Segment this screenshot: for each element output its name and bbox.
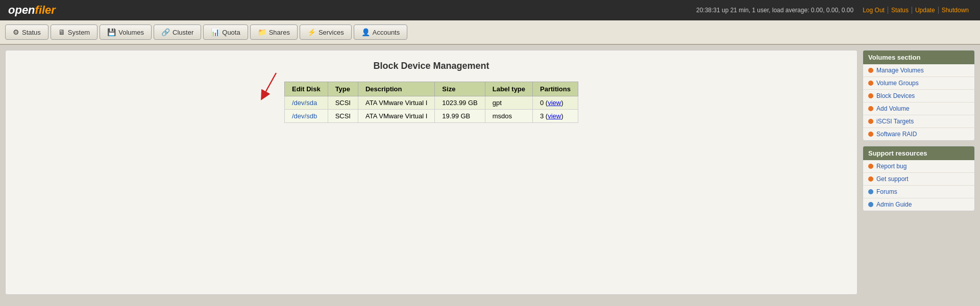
sidebar-item-forums[interactable]: Forums	[863, 186, 974, 198]
header: openfiler 20:38:31 up 21 min, 1 user, lo…	[0, 0, 980, 20]
tab-services-label: Services	[318, 29, 344, 36]
header-right: 20:38:31 up 21 min, 1 user, load average…	[696, 7, 972, 14]
svg-line-0	[263, 73, 276, 96]
sidebar-item-manage-volumes[interactable]: Manage Volumes	[863, 64, 974, 77]
tab-accounts[interactable]: 👤 Accounts	[354, 24, 407, 40]
volumes-section-title: Volumes section	[863, 50, 974, 64]
header-actions: Log Out Status Update Shutdown	[860, 7, 972, 14]
content-area: Block Device Management Edit Disk Type D…	[5, 50, 857, 295]
manage-volumes-dot	[868, 68, 873, 73]
edit-disk-link[interactable]: /dev/sdb	[292, 112, 317, 120]
tab-services[interactable]: ⚡ Services	[300, 24, 352, 40]
status-link[interactable]: Status	[888, 7, 912, 14]
update-link[interactable]: Update	[912, 7, 939, 14]
tab-cluster[interactable]: 🔗 Cluster	[154, 24, 201, 40]
edit-disk-cell: /dev/sdb	[285, 110, 328, 123]
support-section-title: Support resources	[863, 146, 974, 160]
services-icon: ⚡	[307, 28, 316, 36]
iscsi-targets-label: iSCSI Targets	[876, 118, 914, 125]
type-cell: SCSI	[328, 96, 358, 110]
software-raid-label: Software RAID	[876, 131, 917, 138]
col-header-description: Description	[358, 82, 434, 96]
tab-system-label: System	[68, 29, 90, 36]
tab-volumes-label: Volumes	[118, 29, 144, 36]
quota-icon: 📊	[211, 28, 219, 36]
system-icon: 🖥	[58, 28, 65, 36]
description-cell: ATA VMware Virtual I	[358, 96, 434, 110]
tab-status-label: Status	[22, 29, 41, 36]
shares-icon: 📁	[258, 28, 266, 36]
manage-volumes-label: Manage Volumes	[876, 67, 924, 74]
size-cell: 1023.99 GB	[435, 96, 485, 110]
tab-accounts-label: Accounts	[373, 29, 400, 36]
admin-guide-dot	[868, 202, 873, 207]
add-volume-dot	[868, 106, 873, 111]
col-header-size: Size	[435, 82, 485, 96]
volume-groups-label: Volume Groups	[876, 80, 919, 87]
sidebar-item-volume-groups[interactable]: Volume Groups	[863, 77, 974, 90]
main: Block Device Management Edit Disk Type D…	[0, 45, 980, 300]
tab-shares[interactable]: 📁 Shares	[250, 24, 298, 40]
label-type-cell: msdos	[485, 110, 532, 123]
logo: openfiler	[8, 4, 56, 17]
volume-groups-dot	[868, 81, 873, 86]
col-header-label-type: Label type	[485, 82, 532, 96]
tab-quota[interactable]: 📊 Quota	[203, 24, 248, 40]
report-bug-dot	[868, 164, 873, 169]
tab-status[interactable]: ⚙ Status	[5, 24, 48, 40]
navbar: ⚙ Status 🖥 System 💾 Volumes 🔗 Cluster 📊 …	[0, 20, 980, 45]
size-cell: 19.99 GB	[435, 110, 485, 123]
block-devices-label: Block Devices	[876, 92, 915, 99]
table-row: /dev/sdaSCSIATA VMware Virtual I1023.99 …	[285, 96, 578, 110]
tab-shares-label: Shares	[269, 29, 290, 36]
tab-cluster-label: Cluster	[173, 29, 193, 36]
table-row: /dev/sdbSCSIATA VMware Virtual I19.99 GB…	[285, 110, 578, 123]
label-type-cell: gpt	[485, 96, 532, 110]
software-raid-dot	[868, 132, 873, 137]
get-support-dot	[868, 176, 873, 182]
col-header-partitions: Partitions	[533, 82, 578, 96]
sidebar-item-get-support[interactable]: Get support	[863, 173, 974, 186]
sidebar-item-block-devices[interactable]: Block Devices	[863, 90, 974, 103]
edit-disk-cell: /dev/sda	[285, 96, 328, 110]
tab-volumes[interactable]: 💾 Volumes	[100, 24, 152, 40]
footer: © 2001 - 2011 Openfiler . All rights res…	[0, 300, 980, 306]
cluster-icon: 🔗	[161, 28, 170, 36]
shutdown-link[interactable]: Shutdown	[939, 7, 972, 14]
col-header-type: Type	[328, 82, 358, 96]
col-header-edit-disk: Edit Disk	[285, 82, 328, 96]
sidebar-item-report-bug[interactable]: Report bug	[863, 160, 974, 173]
sidebar-item-iscsi-targets[interactable]: iSCSI Targets	[863, 115, 974, 128]
block-devices-dot	[868, 93, 873, 98]
page-title: Block Device Management	[16, 61, 847, 71]
support-section: Support resources Report bug Get support…	[863, 146, 975, 211]
system-info: 20:38:31 up 21 min, 1 user, load average…	[696, 7, 853, 14]
view-partitions-link[interactable]: view	[548, 99, 561, 107]
partitions-cell: 3 (view)	[533, 110, 578, 123]
get-support-label: Get support	[876, 175, 909, 183]
iscsi-targets-dot	[868, 119, 873, 124]
volumes-icon: 💾	[107, 28, 116, 36]
accounts-icon: 👤	[361, 28, 370, 36]
block-device-table: Edit Disk Type Description Size Label ty…	[284, 82, 578, 123]
logout-link[interactable]: Log Out	[860, 7, 888, 14]
type-cell: SCSI	[328, 110, 358, 123]
sidebar-item-admin-guide[interactable]: Admin Guide	[863, 198, 974, 211]
sidebar-item-add-volume[interactable]: Add Volume	[863, 103, 974, 115]
volumes-section: Volumes section Manage Volumes Volume Gr…	[863, 50, 975, 141]
tab-system[interactable]: 🖥 System	[51, 24, 97, 40]
edit-disk-link[interactable]: /dev/sda	[292, 99, 317, 107]
forums-dot	[868, 189, 873, 194]
forums-label: Forums	[876, 188, 897, 195]
add-volume-label: Add Volume	[876, 105, 910, 112]
partitions-cell: 0 (view)	[533, 96, 578, 110]
report-bug-label: Report bug	[876, 163, 906, 170]
status-icon: ⚙	[13, 28, 19, 36]
view-partitions-link[interactable]: view	[548, 112, 561, 120]
tab-quota-label: Quota	[222, 29, 240, 36]
admin-guide-label: Admin Guide	[876, 201, 912, 208]
sidebar: Volumes section Manage Volumes Volume Gr…	[863, 50, 975, 295]
sidebar-item-software-raid[interactable]: Software RAID	[863, 128, 974, 140]
description-cell: ATA VMware Virtual I	[358, 110, 434, 123]
